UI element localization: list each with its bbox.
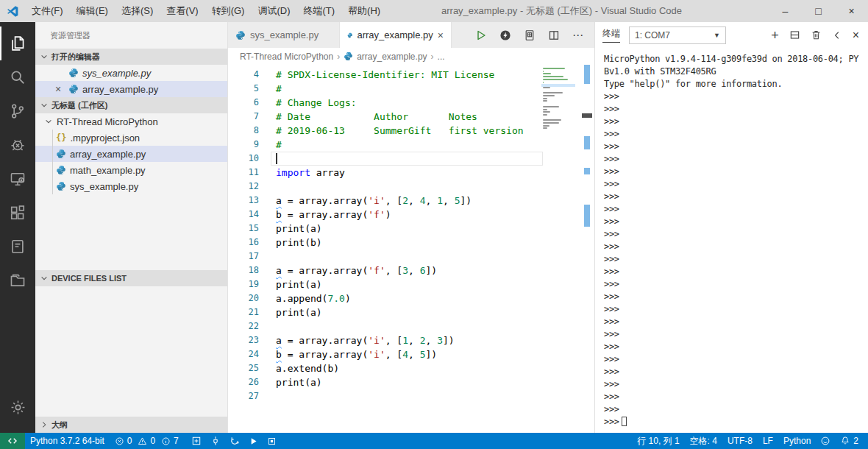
workspace-header[interactable]: 无标题 (工作区) [35, 97, 227, 113]
menu-item[interactable]: 帮助(H) [341, 0, 387, 22]
code-line[interactable]: 20a.append(7.0) [228, 291, 594, 305]
code-line[interactable]: 15print(a) [228, 222, 594, 236]
error-icon [115, 436, 124, 446]
code-line[interactable]: 17 [228, 250, 594, 264]
code-line[interactable]: 27 [228, 389, 594, 403]
terminal-cursor [622, 417, 627, 426]
terminal-prompt-line: >>> [604, 141, 868, 153]
code-line[interactable]: 14b = array.array('f') [228, 208, 594, 222]
code-line[interactable]: 5# [228, 82, 594, 96]
activity-item-document[interactable] [0, 230, 35, 264]
activity-item-explorer[interactable] [0, 26, 35, 60]
code-token: 3 [402, 265, 408, 276]
notifications-button[interactable]: 2 [835, 433, 864, 449]
code-line[interactable]: 7# Date Author Notes [228, 110, 594, 124]
tree-item[interactable]: {}.mpyproject.json [35, 130, 227, 146]
code-line[interactable]: 21print(a) [228, 305, 594, 319]
cursor-position-status[interactable]: 行 10, 列 1 [632, 433, 684, 449]
new-terminal-icon[interactable]: + [771, 30, 779, 40]
line-text: a.append(7.0) [276, 291, 351, 305]
code-line[interactable]: 13a = array.array('i', [2, 4, 1, 5]) [228, 194, 594, 208]
close-icon[interactable]: × [51, 83, 65, 95]
activity-item-extensions[interactable] [0, 196, 35, 230]
add-device-button[interactable] [187, 433, 206, 449]
activity-item-search[interactable] [0, 60, 35, 94]
code-line[interactable]: 4# SPDX-License-Identifier: MIT License [228, 68, 594, 82]
code-line[interactable]: 10 [228, 152, 594, 166]
code-line[interactable]: 11import array [228, 166, 594, 180]
code-editor[interactable]: 4# SPDX-License-Identifier: MIT License5… [228, 65, 594, 433]
encoding-status[interactable]: UTF-8 [722, 433, 758, 449]
terminal-output[interactable]: MicroPython v1.9.4-114-g309fe39d on 2018… [595, 48, 868, 433]
tab-sys_example.py[interactable]: sys_example.py [228, 22, 340, 48]
run-python-file-icon[interactable] [475, 29, 487, 41]
sync-button[interactable] [225, 433, 244, 449]
menu-item[interactable]: 选择(S) [115, 0, 160, 22]
code-line[interactable]: 24b = array.array('i', [4, 5]) [228, 347, 594, 361]
code-line[interactable]: 9# [228, 138, 594, 152]
close-icon[interactable]: × [438, 29, 444, 41]
maximize-button[interactable]: □ [802, 0, 835, 22]
code-line[interactable]: 23a = array.array('i', [1, 2, 3]) [228, 333, 594, 347]
eol-status[interactable]: LF [758, 433, 778, 449]
python-interpreter-status[interactable]: Python 3.7.2 64-bit [25, 433, 110, 449]
download-flash-icon[interactable] [499, 29, 511, 41]
code-line[interactable]: 12 [228, 180, 594, 194]
code-line[interactable]: 22 [228, 319, 594, 333]
split-terminal-icon[interactable] [789, 29, 800, 40]
tab-terminal[interactable]: 终端 [602, 27, 620, 43]
breadcrumb-item[interactable]: RT-Thread MicroPython [240, 52, 333, 62]
breadcrumb-item[interactable]: array_example.py [357, 52, 427, 62]
code-line[interactable]: 8# 2019-06-13 SummerGift first version [228, 124, 594, 138]
memory-chip-icon[interactable] [524, 29, 536, 41]
code-line[interactable]: 6# Change Logs: [228, 96, 594, 110]
menu-item[interactable]: 编辑(E) [70, 0, 115, 22]
problems-status[interactable]: 0 0 7 [110, 433, 187, 449]
open-editors-header[interactable]: 打开的编辑器 [35, 49, 227, 65]
close-button[interactable]: × [835, 0, 868, 22]
device-files-header[interactable]: DEVICE FILES LIST [35, 270, 227, 286]
run-button[interactable] [244, 433, 263, 449]
folder-rt-thread-micropython[interactable]: RT-Thread MicroPython [35, 113, 227, 130]
indentation-status[interactable]: 空格: 4 [685, 433, 722, 449]
line-text: print(a) [276, 305, 322, 319]
code-line[interactable]: 19print(a) [228, 277, 594, 291]
chevron-down-icon [40, 52, 49, 61]
activity-item-remote-device[interactable] [0, 162, 35, 196]
activity-item-settings[interactable] [0, 390, 35, 424]
menu-item[interactable]: 终端(T) [296, 0, 341, 22]
python-file-icon [235, 30, 246, 40]
line-number: 18 [228, 264, 259, 277]
activity-item-folder[interactable] [0, 264, 35, 297]
kill-terminal-icon[interactable] [811, 29, 822, 40]
more-actions-icon[interactable]: ⋯ [572, 29, 584, 42]
menu-item[interactable]: 调试(D) [251, 0, 296, 22]
remote-indicator[interactable] [0, 433, 25, 449]
tree-item[interactable]: sys_example.py [35, 178, 227, 194]
outline-header[interactable]: 大纲 [35, 417, 227, 433]
menu-item[interactable]: 查看(V) [160, 0, 204, 22]
open-editor-item[interactable]: sys_example.py [35, 65, 227, 81]
code-line[interactable]: 16print(b) [228, 236, 594, 250]
stop-button[interactable] [263, 433, 281, 449]
connect-device-button[interactable] [206, 433, 225, 449]
activity-item-source-control[interactable] [0, 94, 35, 128]
terminal-selector[interactable]: 1: COM7 ▼ [629, 26, 726, 44]
code-line[interactable]: 26print(a) [228, 375, 594, 389]
language-status[interactable]: Python [778, 433, 816, 449]
breadcrumb-item[interactable]: ... [438, 52, 445, 62]
tab-array_example.py[interactable]: array_example.py× [340, 22, 452, 48]
tree-item[interactable]: array_example.py [35, 146, 227, 162]
tree-item[interactable]: math_example.py [35, 162, 227, 178]
open-editor-item[interactable]: ×array_example.py [35, 81, 227, 97]
menu-item[interactable]: 转到(G) [205, 0, 252, 22]
split-editor-icon[interactable] [548, 29, 560, 41]
code-line[interactable]: 18a = array.array('f', [3, 6]) [228, 264, 594, 277]
minimize-button[interactable]: – [769, 0, 802, 22]
close-panel-icon[interactable]: × [853, 29, 859, 42]
activity-item-debug[interactable] [0, 128, 35, 162]
code-line[interactable]: 25a.extend(b) [228, 361, 594, 375]
feedback-button[interactable] [816, 433, 835, 449]
menu-item[interactable]: 文件(F) [25, 0, 70, 22]
chevron-left-icon[interactable] [832, 30, 842, 40]
